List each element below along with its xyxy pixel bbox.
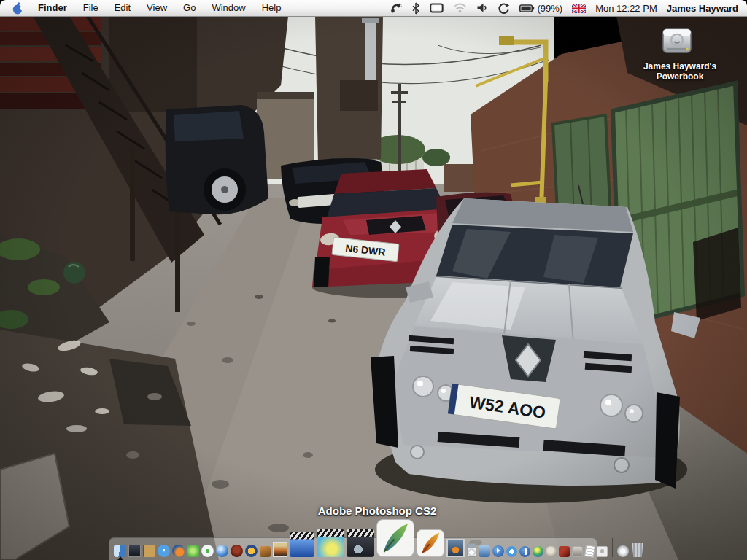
dock-icon-tilted-document[interactable]: [584, 545, 595, 558]
apple-icon: [12, 2, 23, 15]
menu-help[interactable]: Help: [254, 0, 290, 16]
dock-icon-firefox[interactable]: [172, 545, 185, 557]
photoshop-feather-icon: [377, 520, 414, 556]
dock-icon-idvd-clapperboard[interactable]: [317, 529, 344, 557]
dock-icon-photo-thumbnail[interactable]: [128, 545, 141, 557]
menu-file[interactable]: File: [75, 0, 107, 16]
imageready-feather-icon: [417, 530, 444, 556]
battery-status[interactable]: (99%): [519, 2, 562, 15]
dock-icon-imageready-cs2[interactable]: [417, 529, 444, 557]
dock-icon-dark-red-triskelion-app[interactable]: [231, 545, 243, 557]
dock-icon-gray-multi-app[interactable]: [572, 546, 583, 557]
dock-icon-ipod[interactable]: [467, 543, 476, 557]
desktop-volume-icon[interactable]: [658, 25, 696, 60]
dock: [109, 519, 649, 560]
dock-icon-vlc-framed[interactable]: [446, 539, 465, 557]
menu-bar-status: (99%) Mon 12:22 PM James Hayward: [390, 2, 747, 15]
wallpaper-photo: N6 DWR: [0, 16, 747, 560]
desktop-volume-label: James Hayward's Powerbook: [619, 61, 741, 82]
menu-clock[interactable]: Mon 12:22 PM: [595, 3, 657, 14]
dock-divider: [612, 538, 613, 557]
dock-icon-blue-device-app[interactable]: [479, 545, 490, 557]
apple-logo-glyph: [600, 549, 604, 553]
dock-icon-blue-globe-app[interactable]: [216, 545, 228, 557]
menu-view[interactable]: View: [139, 0, 175, 16]
menu-edit[interactable]: Edit: [107, 0, 139, 16]
phone-icon[interactable]: [390, 2, 402, 15]
running-indicator: [117, 556, 123, 560]
dock-icon-colorful-globe-app[interactable]: [533, 546, 543, 557]
dock-icon-photoshop-cs2[interactable]: [376, 519, 414, 557]
displays-icon[interactable]: [430, 2, 444, 15]
menu-finder[interactable]: Finder: [30, 0, 75, 16]
apple-menu[interactable]: [9, 2, 30, 15]
bluetooth-icon[interactable]: [411, 2, 420, 15]
dock-icon-sunset-photo-file[interactable]: [273, 542, 287, 557]
one-glyph: [525, 548, 527, 554]
menu-bar: Finder File Edit View Go Window Help: [0, 0, 747, 17]
airport-icon[interactable]: [453, 2, 467, 14]
dock-icon-green-square-app[interactable]: [187, 545, 199, 557]
dock-icon-imovie-clapperboard[interactable]: [290, 532, 314, 557]
sync-icon[interactable]: [498, 2, 510, 15]
dock-icon-safari[interactable]: [158, 545, 170, 557]
volume-icon[interactable]: [476, 2, 488, 14]
hard-drive-icon: [658, 25, 696, 60]
dock-icon-itunes[interactable]: [201, 545, 214, 557]
menu-go[interactable]: Go: [175, 0, 204, 16]
dock-icon-finder[interactable]: [114, 545, 126, 557]
dock-icon-red-utility-app[interactable]: [559, 546, 570, 557]
battery-icon: [519, 2, 535, 15]
menu-window[interactable]: Window: [204, 0, 253, 16]
dock-icon-camera-clapperboard[interactable]: [347, 529, 374, 557]
dock-icon-trash[interactable]: [631, 543, 644, 557]
play-glyph: [497, 548, 500, 553]
dock-icon-gray-disc[interactable]: [617, 545, 629, 557]
dock-icon-audacity-headphones[interactable]: [245, 545, 258, 557]
dock-icon-brown-book[interactable]: [143, 545, 155, 557]
fast-user-switch-menu[interactable]: James Hayward: [667, 3, 738, 14]
uk-keyboard-flag-icon[interactable]: [572, 4, 586, 13]
dock-icon-apple-box[interactable]: [597, 546, 608, 557]
battery-percent: (99%): [537, 3, 562, 14]
dock-icon-quicktime-ring[interactable]: [506, 546, 517, 557]
dock-tooltip: Adobe Photoshop CS2: [304, 505, 450, 517]
dock-icon-orange-instrument-app[interactable]: [260, 546, 271, 557]
menu-bar-left: Finder File Edit View Go Window Help: [0, 0, 289, 16]
dock-icon-gimp-wilber[interactable]: [546, 546, 557, 557]
dock-icon-play-circle-app[interactable]: [492, 545, 504, 557]
dock-icon-number-one-circle-app[interactable]: [519, 546, 530, 557]
